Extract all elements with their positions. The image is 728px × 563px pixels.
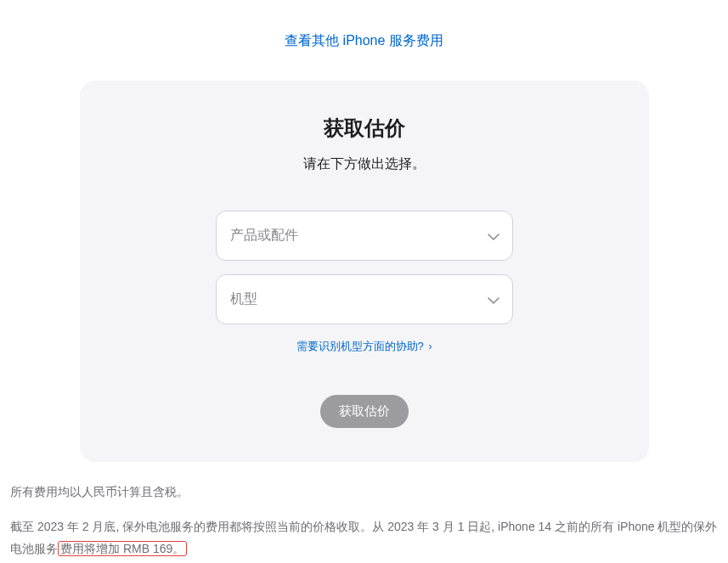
card-subtitle: 请在下方做出选择。 <box>97 155 632 173</box>
chevron-right-icon: › <box>428 341 432 352</box>
identify-model-help-link[interactable]: 需要识别机型方面的协助? › <box>296 340 432 352</box>
footer-line-2: 截至 2023 年 2 月底, 保外电池服务的费用都将按照当前的价格收取。从 2… <box>10 515 718 560</box>
footer-highlight: 费用将增加 RMB 169。 <box>58 541 187 556</box>
help-link-text: 需要识别机型方面的协助? <box>296 340 424 352</box>
card-title: 获取估价 <box>97 115 632 142</box>
product-select-wrapper: 产品或配件 <box>216 211 513 261</box>
footer-line-1: 所有费用均以人民币计算且含税。 <box>10 481 718 504</box>
view-other-iphone-fees-link[interactable]: 查看其他 iPhone 服务费用 <box>285 33 443 48</box>
top-link-container: 查看其他 iPhone 服务费用 <box>0 0 728 67</box>
product-or-accessory-select[interactable]: 产品或配件 <box>216 211 513 261</box>
footer-notes: 所有费用均以人民币计算且含税。 截至 2023 年 2 月底, 保外电池服务的费… <box>0 462 728 560</box>
get-estimate-button[interactable]: 获取估价 <box>320 395 409 428</box>
model-select-wrapper: 机型 <box>216 274 513 324</box>
model-select[interactable]: 机型 <box>216 274 513 324</box>
help-link-container: 需要识别机型方面的协助? › <box>97 338 632 354</box>
estimate-card: 获取估价 请在下方做出选择。 产品或配件 机型 需要识别机型方面的协助? › 获… <box>80 81 649 462</box>
